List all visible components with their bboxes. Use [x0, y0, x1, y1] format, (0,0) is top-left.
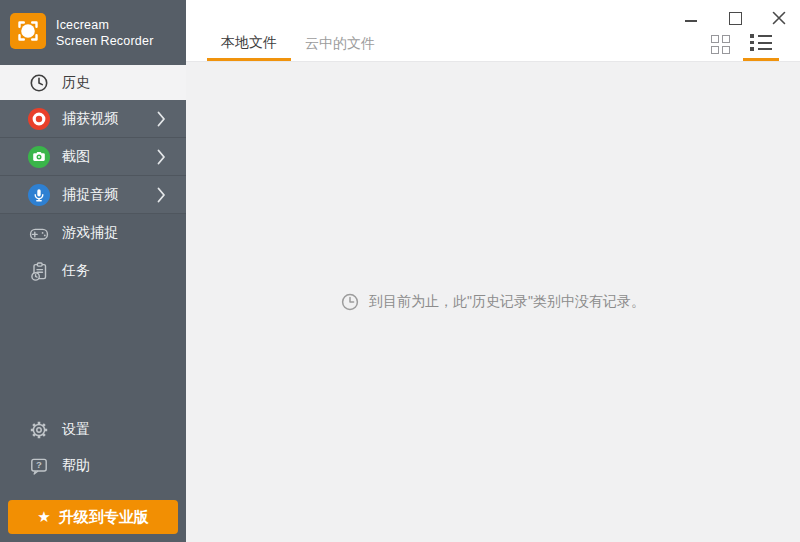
sidebar-item-tasks[interactable]: 任务 — [0, 252, 186, 290]
list-view-icon — [750, 34, 772, 51]
file-tabs: 本地文件 云中的文件 — [207, 27, 389, 61]
microphone-icon — [28, 184, 50, 206]
clock-icon — [28, 72, 50, 94]
sidebar-item-screenshot[interactable]: 截图 — [0, 138, 186, 176]
view-toggle-group — [702, 27, 779, 61]
chevron-right-icon — [157, 149, 166, 165]
record-icon — [28, 108, 50, 130]
sidebar-item-label: 设置 — [62, 421, 90, 439]
app-logo-icon — [10, 13, 46, 53]
brand-line1: Icecream — [56, 17, 154, 33]
sidebar-item-help[interactable]: ? 帮助 — [0, 448, 186, 484]
sidebar-item-label: 捕捉音频 — [62, 186, 118, 204]
window-controls — [662, 4, 794, 32]
empty-state: 到目前为止，此"历史记录"类别中没有记录。 — [341, 293, 645, 311]
close-icon — [772, 11, 786, 25]
sidebar-item-game-capture[interactable]: 游戏捕捉 — [0, 214, 186, 252]
gamepad-icon — [28, 222, 50, 244]
sidebar-item-label: 截图 — [62, 148, 90, 166]
sidebar-item-label: 捕获视频 — [62, 110, 118, 128]
maximize-button[interactable] — [720, 4, 750, 32]
sidebar-item-label: 游戏捕捉 — [62, 224, 118, 242]
app-brand: Icecream Screen Recorder — [0, 0, 186, 65]
gear-icon — [28, 419, 50, 441]
tab-label: 本地文件 — [221, 34, 277, 52]
sidebar-item-capture-video[interactable]: 捕获视频 — [0, 100, 186, 138]
tab-label: 云中的文件 — [305, 35, 375, 53]
help-bubble-icon: ? — [28, 455, 50, 477]
clock-icon — [341, 293, 359, 311]
close-button[interactable] — [764, 4, 794, 32]
tab-local-files[interactable]: 本地文件 — [207, 27, 291, 61]
sidebar-item-capture-audio[interactable]: 捕捉音频 — [0, 176, 186, 214]
camera-icon — [28, 146, 50, 168]
chevron-right-icon — [157, 187, 166, 203]
sidebar-item-history[interactable]: 历史 — [0, 65, 186, 100]
grid-view-icon — [711, 35, 730, 54]
app-window: Icecream Screen Recorder 历史 捕获视频 — [0, 0, 800, 542]
star-icon: ★ — [37, 508, 50, 526]
file-list-area: 到目前为止，此"历史记录"类别中没有记录。 — [186, 62, 800, 542]
brand-line2: Screen Recorder — [56, 33, 154, 49]
clipboard-clock-icon — [28, 260, 50, 282]
empty-state-message: 到目前为止，此"历史记录"类别中没有记录。 — [369, 293, 645, 311]
sidebar-footer: 设置 ? 帮助 ★ 升级到专业版 — [0, 412, 186, 542]
upgrade-to-pro-button[interactable]: ★ 升级到专业版 — [8, 500, 178, 534]
upgrade-button-label: 升级到专业版 — [59, 508, 149, 527]
tab-cloud-files[interactable]: 云中的文件 — [291, 27, 389, 61]
maximize-icon — [729, 12, 742, 25]
sidebar-item-label: 帮助 — [62, 457, 90, 475]
minimize-button[interactable] — [676, 4, 706, 32]
sidebar: Icecream Screen Recorder 历史 捕获视频 — [0, 0, 186, 542]
sidebar-item-label: 历史 — [62, 74, 90, 92]
main-area: 本地文件 云中的文件 — [186, 0, 800, 542]
sidebar-item-label: 任务 — [62, 262, 90, 280]
grid-view-button[interactable] — [702, 27, 738, 61]
chevron-right-icon — [157, 111, 166, 127]
sidebar-item-settings[interactable]: 设置 — [0, 412, 186, 448]
minimize-icon — [685, 20, 697, 22]
svg-text:?: ? — [36, 459, 42, 470]
list-view-button[interactable] — [743, 27, 779, 61]
top-bar: 本地文件 云中的文件 — [186, 0, 800, 62]
